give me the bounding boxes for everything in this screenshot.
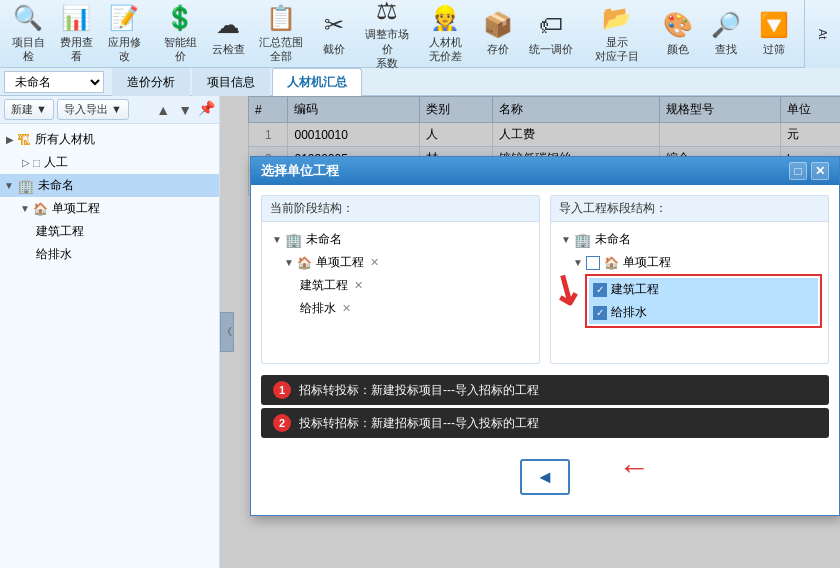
sidebar-item-construction[interactable]: 建筑工程: [0, 220, 219, 243]
toolbar-labor-machine-label: 人材机无价差: [429, 35, 462, 64]
dialog-tree-drainage-l[interactable]: 给排水 ✕: [268, 297, 533, 320]
dialog-tree-unnamed-l[interactable]: ▼ 🏢 未命名: [268, 228, 533, 251]
dialog-tree-single-r[interactable]: ▼ 🏠 单项工程: [557, 251, 822, 274]
hint-box-1: 1 招标转投标：新建投标项目---导入招标的工程: [261, 375, 829, 405]
at-button[interactable]: At: [804, 0, 840, 68]
arrow-btn-container: ◄ ←: [261, 449, 829, 505]
select-project-dialog: 选择单位工程 □ ✕ 当前阶段结构：: [250, 156, 840, 516]
folder-all-materials-icon: 🏗: [17, 132, 31, 148]
dialog-left-tree: ▼ 🏢 未命名 ▼ 🏠 单项工程 ✕: [262, 222, 539, 326]
dialog-right-header: 导入工程标段结构：: [551, 196, 828, 222]
toolbar-cloud-check[interactable]: ☁ 云检查: [206, 5, 250, 63]
toolbar-smart-price-label: 智能组价: [163, 35, 197, 64]
hint-num-2: 2: [273, 414, 291, 432]
toolbar-filter[interactable]: 🔽 过筛: [752, 5, 796, 63]
project-check-icon: 🔍: [13, 4, 43, 33]
unnamed-label: 未命名: [38, 177, 74, 194]
toolbar-project-check[interactable]: 🔍 项目自检: [6, 5, 50, 63]
sidebar: 新建 ▼ 导入导出 ▼ ▲ ▼ 📌 ▶ 🏗 所有人材机 ▷ □ 人工: [0, 96, 220, 568]
sidebar-item-drainage[interactable]: 给排水: [0, 243, 219, 266]
toolbar-unified-price[interactable]: 🏷 统一调价: [524, 5, 578, 63]
main-layout: 新建 ▼ 导入导出 ▼ ▲ ▼ 📌 ▶ 🏗 所有人材机 ▷ □ 人工: [0, 96, 840, 568]
toolbar-adjust-market-label: 调整市场价系数: [365, 27, 409, 70]
toolbar-color[interactable]: 🎨 颜色: [656, 5, 700, 63]
dialog-right-tree: ▼ 🏢 未命名 ▼ 🏠 单项工程: [551, 222, 828, 334]
main-toolbar: 🔍 项目自检 📊 费用查看 📝 应用修改 💲 智能组价 ☁ 云检查 📋 汇总范围…: [0, 0, 840, 68]
hint-boxes: 1 招标转投标：新建投标项目---导入招标的工程 2 投标转招标：新建招标项目-…: [261, 372, 829, 441]
sidebar-item-single[interactable]: ▼ 🏠 单项工程: [0, 197, 219, 220]
toolbar-summary-range[interactable]: 📋 汇总范围全部: [254, 5, 308, 63]
move-up-button[interactable]: ▲: [154, 100, 172, 120]
toolbar-labor-machine[interactable]: 👷 人材机无价差: [418, 5, 472, 63]
toolbar-filter-label: 过筛: [763, 42, 785, 56]
toolbar-unified-price-label: 统一调价: [529, 42, 573, 56]
toolbar-find-label: 查找: [715, 42, 737, 56]
dialog-close-btn[interactable]: ✕: [811, 162, 829, 180]
display-child-icon: 📂: [602, 4, 632, 33]
project-selector[interactable]: 未命名: [4, 71, 104, 93]
toolbar-apply-modify-label: 应用修改: [107, 35, 141, 64]
labor-label: 人工: [44, 154, 68, 171]
tab-project-info[interactable]: 项目信息: [192, 68, 270, 96]
dialog-tree-construction-l[interactable]: 建筑工程 ✕: [268, 274, 533, 297]
toolbar-color-label: 颜色: [667, 42, 689, 56]
find-icon: 🔎: [711, 11, 741, 40]
hint-text-2: 投标转招标：新建招标项目---导入投标的工程: [299, 415, 539, 432]
toolbar-inventory[interactable]: 📦 存价: [476, 5, 520, 63]
drainage-label: 给排水: [36, 246, 72, 263]
sidebar-item-all-materials[interactable]: ▶ 🏗 所有人材机: [0, 128, 219, 151]
x-mark-single-l[interactable]: ✕: [370, 256, 379, 269]
toolbar-apply-modify[interactable]: 📝 应用修改: [102, 5, 146, 63]
toolbar-summary-range-label: 汇总范围全部: [259, 35, 303, 64]
adjust-market-icon: ⚖: [376, 0, 398, 25]
move-down-button[interactable]: ▼: [176, 100, 194, 120]
arrow-left-button[interactable]: ◄: [520, 459, 570, 495]
toolbar-adjust-market[interactable]: ⚖ 调整市场价系数: [360, 5, 414, 63]
filter-icon: 🔽: [759, 11, 789, 40]
dialog-tree-single-l[interactable]: ▼ 🏠 单项工程 ✕: [268, 251, 533, 274]
sidebar-item-labor[interactable]: ▷ □ 人工: [0, 151, 219, 174]
x-mark-construction-l[interactable]: ✕: [354, 279, 363, 292]
unified-price-icon: 🏷: [539, 11, 563, 40]
check-single-r[interactable]: [586, 256, 600, 270]
pin-icon[interactable]: 📌: [198, 100, 215, 120]
construction-label: 建筑工程: [36, 223, 84, 240]
toolbar-project-check-label: 项目自检: [11, 35, 45, 64]
crop-icon: ✂: [324, 11, 344, 40]
check-construction-r[interactable]: ✓: [593, 283, 607, 297]
toolbar-crop[interactable]: ✂ 截价: [312, 5, 356, 63]
sidebar-item-unnamed[interactable]: ▼ 🏢 未命名: [0, 174, 219, 197]
summary-range-icon: 📋: [266, 4, 296, 33]
dialog-tree-unnamed-r[interactable]: ▼ 🏢 未命名: [557, 228, 822, 251]
all-materials-label: 所有人材机: [35, 131, 95, 148]
sidebar-toolbar: 新建 ▼ 导入导出 ▼ ▲ ▼ 📌: [0, 96, 219, 124]
toolbar-smart-price[interactable]: 💲 智能组价: [158, 5, 202, 63]
dialog-restore-btn[interactable]: □: [789, 162, 807, 180]
apply-modify-icon: 📝: [109, 4, 139, 33]
tab-labor-machine-summary[interactable]: 人材机汇总: [272, 68, 362, 96]
toolbar-inventory-label: 存价: [487, 42, 509, 56]
hint-box-2: 2 投标转招标：新建招标项目---导入投标的工程: [261, 408, 829, 438]
check-drainage-r[interactable]: ✓: [593, 306, 607, 320]
building-icon-l: 🏢: [285, 232, 302, 248]
tab-cost-analysis[interactable]: 造价分析: [112, 68, 190, 96]
new-button[interactable]: 新建 ▼: [4, 99, 54, 120]
arrow-all-materials: ▶: [6, 134, 14, 145]
toolbar-display-child-label: 显示对应子目: [595, 35, 639, 64]
dialog-left-column: 当前阶段结构： ▼ 🏢 未命名 ▼: [261, 195, 540, 364]
dialog-title: 选择单位工程: [261, 162, 339, 180]
dialog-right-column: 导入工程标段结构： ▼ 🏢 未命名 ▼: [550, 195, 829, 364]
sidebar-tree: ▶ 🏗 所有人材机 ▷ □ 人工 ▼ 🏢 未命名 ▼ 🏠 单项工程: [0, 124, 219, 568]
x-mark-drainage-l[interactable]: ✕: [342, 302, 351, 315]
import-export-button[interactable]: 导入导出 ▼: [57, 99, 129, 120]
dialog-tree-construction-r[interactable]: ✓ 建筑工程: [589, 278, 818, 301]
toolbar-display-child[interactable]: 📂 显示对应子目: [590, 5, 644, 63]
dialog-overlay: 选择单位工程 □ ✕ 当前阶段结构：: [220, 96, 840, 568]
home-icon-single: 🏠: [33, 202, 48, 216]
dialog-left-header: 当前阶段结构：: [262, 196, 539, 222]
toolbar-fee-view[interactable]: 📊 费用查看: [54, 5, 98, 63]
dialog-tree-drainage-r[interactable]: ✓ 给排水: [589, 301, 818, 324]
single-label: 单项工程: [52, 200, 100, 217]
dialog-titlebar: 选择单位工程 □ ✕: [251, 157, 839, 185]
toolbar-find[interactable]: 🔎 查找: [704, 5, 748, 63]
